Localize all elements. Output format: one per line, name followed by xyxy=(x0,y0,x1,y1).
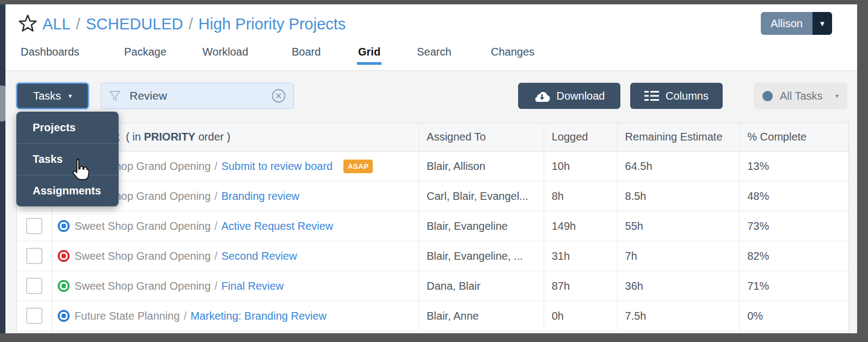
project-name: Sweet Shop Grand Opening xyxy=(75,250,211,262)
percent-complete-cell: 0% xyxy=(740,301,848,331)
breadcrumb-separator: / xyxy=(76,15,81,33)
clear-filter-icon[interactable] xyxy=(270,88,287,104)
path-separator: / xyxy=(214,190,218,203)
columns-label: Columns xyxy=(666,90,709,102)
breadcrumb-scheduled[interactable]: SCHEDULED xyxy=(86,15,183,33)
columns-button[interactable]: Columns xyxy=(630,83,723,109)
assigned-to-cell: Carl, Blair, Evangel... xyxy=(419,181,544,211)
breadcrumb-current[interactable]: High Priority Projects xyxy=(199,15,346,33)
user-name: Allison xyxy=(761,12,812,35)
table-row: Sweet Shop Grand Opening/Second Review B… xyxy=(17,241,848,271)
row-checkbox[interactable] xyxy=(26,218,42,234)
task-link[interactable]: Branding review xyxy=(221,190,299,203)
path-separator: / xyxy=(214,160,218,173)
task-status-icon xyxy=(58,220,70,232)
table-row: Sweet Shop Grand Opening/Final Review Da… xyxy=(17,271,848,301)
download-button[interactable]: Download xyxy=(518,83,620,109)
task-link[interactable]: Active Request Review xyxy=(221,220,334,233)
tab-dashboards[interactable]: Dashboards xyxy=(21,46,79,58)
logged-cell: 31h xyxy=(544,241,618,271)
task-grid: Task ( in PRIORITY order ) Assigned To L… xyxy=(16,123,849,333)
tab-board[interactable]: Board xyxy=(292,46,321,58)
caret-down-icon: ▾ xyxy=(835,92,839,100)
filter-value[interactable]: Review xyxy=(130,89,270,102)
scope-status-dot-icon xyxy=(762,91,773,101)
assigned-to-cell: Blair, Evangeline, ... xyxy=(419,241,544,271)
remaining-estimate-cell: 55h xyxy=(618,211,740,241)
tab-workload[interactable]: Workload xyxy=(202,46,248,58)
table-row: Sweet Shop Grand Opening/Active Request … xyxy=(17,211,848,241)
task-status-icon xyxy=(58,280,70,292)
percent-complete-column-header[interactable]: % Complete xyxy=(740,123,848,151)
columns-icon xyxy=(644,90,659,101)
app-content: ALL/SCHEDULED/High Priority Projects All… xyxy=(5,4,857,333)
row-checkbox[interactable] xyxy=(26,278,42,294)
menu-item-assignments[interactable]: Assignments xyxy=(16,175,119,206)
app-window: ALL/SCHEDULED/High Priority Projects All… xyxy=(0,0,868,342)
assigned-to-cell: Blair, Anne xyxy=(419,301,544,331)
remaining-estimate-cell: 8.5h xyxy=(618,181,740,211)
grid-header-row: Task ( in PRIORITY order ) Assigned To L… xyxy=(17,123,848,151)
item-type-menu: Projects Tasks Assignments xyxy=(16,112,119,206)
remaining-estimate-cell: 36h xyxy=(618,271,740,301)
main-nav: Dashboards Package Workload Board Grid S… xyxy=(5,46,857,68)
funnel-icon xyxy=(108,89,122,103)
breadcrumb-separator: / xyxy=(189,15,193,33)
remaining-estimate-cell: 7.5h xyxy=(618,301,740,331)
logged-column-header[interactable]: Logged xyxy=(544,123,618,151)
breadcrumb: ALL/SCHEDULED/High Priority Projects xyxy=(42,15,346,33)
task-header-suffix: order ) xyxy=(195,131,230,143)
filter-input[interactable]: Review xyxy=(101,83,294,109)
item-type-dropdown-button[interactable]: Tasks ▾ xyxy=(16,83,89,109)
scope-dropdown-button[interactable]: All Tasks ▾ xyxy=(754,83,847,109)
task-link[interactable]: Marketing: Branding Review xyxy=(190,310,327,322)
table-row: Future State Planning/Marketing: Brandin… xyxy=(17,301,848,331)
left-rail xyxy=(0,4,5,333)
menu-item-projects[interactable]: Projects xyxy=(16,112,119,143)
favorite-star-icon[interactable] xyxy=(17,13,38,34)
remaining-estimate-cell: 7h xyxy=(618,241,740,271)
tab-grid[interactable]: Grid xyxy=(358,46,380,58)
project-name: Sweet Shop Grand Opening xyxy=(75,220,211,233)
task-link[interactable]: Second Review xyxy=(221,250,297,262)
path-separator: / xyxy=(214,220,218,233)
task-link[interactable]: Submit to review board xyxy=(221,160,333,173)
scope-label: All Tasks xyxy=(780,90,828,102)
assigned-to-column-header[interactable]: Assigned To xyxy=(419,123,544,151)
assigned-to-cell: Blair, Allison xyxy=(419,151,544,181)
asap-badge: ASAP xyxy=(343,160,373,173)
caret-down-icon[interactable]: ▼ xyxy=(812,12,832,35)
breadcrumb-all[interactable]: ALL xyxy=(42,15,71,33)
task-header-sort-order: PRIORITY xyxy=(144,131,195,143)
user-menu-button[interactable]: Allison ▼ xyxy=(761,12,832,35)
tab-search[interactable]: Search xyxy=(417,46,451,58)
path-separator: / xyxy=(214,250,218,262)
project-name: Future State Planning xyxy=(75,310,180,322)
item-type-label: Tasks xyxy=(33,90,61,102)
remaining-estimate-cell: 64.5h xyxy=(618,151,740,181)
assigned-to-cell: Dana, Blair xyxy=(419,271,544,301)
assigned-to-cell: Blair, Evangeline xyxy=(419,211,544,241)
percent-complete-cell: 82% xyxy=(740,241,848,271)
logged-cell: 10h xyxy=(544,151,618,181)
remaining-estimate-column-header[interactable]: Remaining Estimate xyxy=(618,123,740,151)
path-separator: / xyxy=(183,310,187,322)
table-row: Sweet Shop Grand Opening/Submit to revie… xyxy=(17,151,848,181)
row-checkbox[interactable] xyxy=(26,248,42,264)
project-name: Sweet Shop Grand Opening xyxy=(75,280,211,292)
download-label: Download xyxy=(557,90,605,102)
logged-cell: 87h xyxy=(544,271,618,301)
percent-complete-cell: 73% xyxy=(740,211,848,241)
path-separator: / xyxy=(214,280,218,292)
percent-complete-cell: 48% xyxy=(740,181,848,211)
menu-item-tasks[interactable]: Tasks xyxy=(16,143,119,175)
task-link[interactable]: Final Review xyxy=(221,280,284,292)
percent-complete-cell: 13% xyxy=(740,151,848,181)
logged-cell: 0h xyxy=(544,301,618,331)
tab-package[interactable]: Package xyxy=(124,46,167,58)
tab-changes[interactable]: Changes xyxy=(491,46,534,58)
table-row: Sweet Shop Grand Opening/Branding review… xyxy=(17,181,848,211)
row-checkbox[interactable] xyxy=(26,308,42,324)
task-status-icon xyxy=(58,250,70,262)
task-status-icon xyxy=(58,310,70,322)
